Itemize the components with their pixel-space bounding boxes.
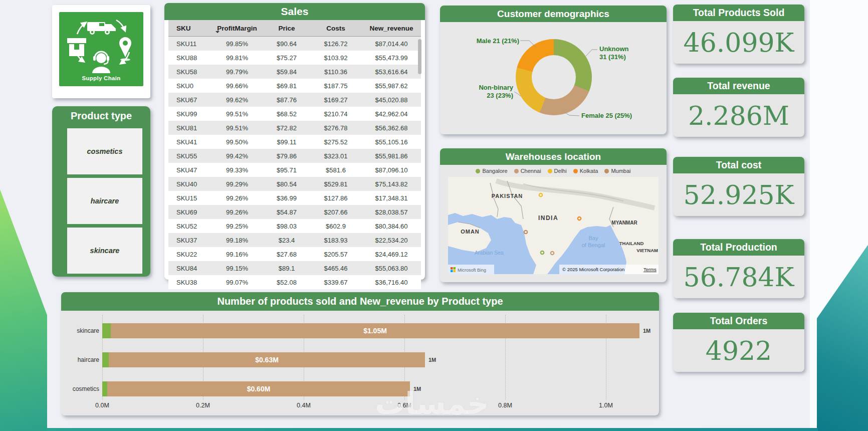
truck-icon <box>87 22 116 35</box>
cell-new-revenue: $36,716.40 <box>362 275 421 289</box>
map-terms-link[interactable]: Terms <box>643 267 657 272</box>
cell-sku: SKU41 <box>168 135 210 149</box>
location-pin-icon <box>119 37 131 61</box>
cell-profitmargin: 99.16% <box>210 247 264 261</box>
kpi-value: 2.286M <box>673 94 804 137</box>
kpi-title: Total Orders <box>673 313 804 329</box>
table-scrollbar[interactable] <box>418 39 421 74</box>
table-row[interactable]: SKU99 99.51% $68.52 $210.74 $42,962.04 <box>168 107 421 121</box>
kpi-total-products-sold: Total Products Sold 46.099K <box>673 5 804 64</box>
cell-costs: $187.75 <box>310 79 362 93</box>
cell-price: $36.99 <box>264 191 310 205</box>
col-header-new-revenue[interactable]: New_revenue <box>362 20 421 37</box>
supply-chain-logo-card: Supply Chain <box>52 5 150 98</box>
table-row[interactable]: SKU11 99.85% $90.64 $126.72 $87,014.40 <box>168 37 421 51</box>
callout-unknown: Unknown 31 (31%) <box>599 45 655 61</box>
bing-logo-text: Microsoft Bing <box>458 268 486 273</box>
legend-dot-mumbai <box>604 169 609 173</box>
dot-chennai[interactable] <box>551 252 554 255</box>
cell-sku: SKU52 <box>168 219 210 233</box>
table-row[interactable]: SKU88 99.81% $75.27 $103.92 $55,473.99 <box>168 51 421 65</box>
slicer-option-haircare[interactable]: haircare <box>67 178 142 224</box>
map-legend: Bangalore Chennai Delhi Kolkata Mumbai <box>440 168 667 174</box>
cell-new-revenue: $80,384.60 <box>362 219 421 233</box>
table-row[interactable]: SKU22 99.16% $27.68 $205.57 $24,469.12 <box>168 247 421 261</box>
dashboard-root: Supply Chain Product type cosmetics hair… <box>0 0 868 431</box>
table-row[interactable]: SKU84 99.15% $89.1 $465.46 $55,063.80 <box>168 261 421 275</box>
bar-segment-new-revenue[interactable]: $1.05M <box>111 323 639 338</box>
dot-bangalore[interactable] <box>541 251 544 254</box>
cell-costs: $110.36 <box>310 65 362 79</box>
cell-new-revenue: $22,534.20 <box>362 233 421 247</box>
dot-mumbai[interactable] <box>524 231 527 234</box>
bar-total-label: 1M <box>428 357 436 363</box>
bar-row-skincare[interactable]: $1.05M 1M <box>102 323 650 338</box>
cell-sku: SKU11 <box>168 37 210 51</box>
table-row[interactable]: SKU0 99.66% $69.81 $187.75 $55,987.62 <box>168 79 421 93</box>
x-tick: 0.2M <box>185 402 221 409</box>
col-header-costs[interactable]: Costs <box>310 20 362 37</box>
cell-new-revenue: $55,063.80 <box>362 261 421 275</box>
bing-map[interactable]: PAKISTAN INDIA OMAN MYANMAR THAILAND VIE… <box>448 177 659 274</box>
cell-price: $79.86 <box>264 149 310 163</box>
table-row[interactable]: SKU41 99.50% $99.11 $275.52 $55,105.16 <box>168 135 421 149</box>
category-label-cosmetics: cosmetics <box>65 381 99 396</box>
table-row[interactable]: SKU58 99.79% $59.84 $110.36 $53,616.64 <box>168 65 421 79</box>
table-row[interactable]: SKU67 99.62% $87.76 $169.27 $45,020.88 <box>168 93 421 107</box>
cell-profitmargin: 99.26% <box>210 205 264 219</box>
category-label-haircare: haircare <box>65 352 99 367</box>
kpi-title: Total Products Sold <box>673 5 804 21</box>
cell-costs: $276.78 <box>310 121 362 135</box>
cell-sku: SKU37 <box>168 233 210 247</box>
col-header-profitmargin[interactable]: ProfitMargin <box>210 20 264 37</box>
bar-row-cosmetics[interactable]: $0.60M 1M <box>102 381 421 396</box>
bar-data-label: $0.63M <box>255 356 279 364</box>
kpi-title: Total revenue <box>673 78 804 94</box>
dot-delhi[interactable] <box>539 193 542 196</box>
cell-profitmargin: 99.79% <box>210 65 264 79</box>
left-decorative-shape <box>0 189 47 431</box>
map-label-arabian-sea: Arabian Sea <box>475 250 504 256</box>
table-row[interactable]: SKU37 99.18% $23.4 $183.93 $22,534.20 <box>168 233 421 247</box>
map-label-pakistan: PAKISTAN <box>492 193 523 199</box>
x-tick: 0.6M <box>387 402 422 409</box>
slicer-option-skincare[interactable]: skincare <box>67 228 142 274</box>
table-row[interactable]: SKU52 99.25% $98.03 $602.9 $80,384.60 <box>168 219 421 233</box>
cell-new-revenue: $17,348.31 <box>362 191 421 205</box>
x-tick: 0.4M <box>286 402 321 409</box>
cell-price: $87.76 <box>264 93 310 107</box>
demographics-donut-chart[interactable] <box>516 39 592 115</box>
map-label-of-bengal: of Bengal <box>582 242 605 248</box>
cell-profitmargin: 99.07% <box>210 275 264 289</box>
legend-dot-delhi <box>548 169 552 173</box>
table-row[interactable]: SKU47 99.33% $95.71 $581.6 $87,096.10 <box>168 163 421 177</box>
cell-sku: SKU22 <box>168 247 210 261</box>
bar-row-haircare[interactable]: $0.63M 1M <box>102 352 436 367</box>
x-tick: 1.0M <box>588 402 623 409</box>
cell-price: $72.82 <box>264 121 310 135</box>
map-label-myanmar: MYANMAR <box>611 220 637 226</box>
bar-segment-products-sold[interactable] <box>102 381 107 396</box>
bar-segment-products-sold[interactable] <box>102 323 111 338</box>
table-row[interactable]: SKU55 99.42% $79.86 $323.01 $55,981.86 <box>168 149 421 163</box>
col-header-price[interactable]: Price <box>264 20 310 37</box>
bar-segment-new-revenue[interactable]: $0.63M <box>109 352 425 367</box>
cell-costs: $323.01 <box>310 149 362 163</box>
table-row[interactable]: SKU69 99.26% $54.87 $207.66 $28,038.57 <box>168 205 421 219</box>
table-row[interactable]: SKU81 99.51% $72.82 $276.78 $56,362.68 <box>168 121 421 135</box>
slicer-option-cosmetics[interactable]: cosmetics <box>67 128 142 174</box>
table-row[interactable]: SKU40 99.29% $80.54 $529.81 $75,143.82 <box>168 177 421 191</box>
cell-price: $89.1 <box>264 261 310 275</box>
bar-segment-products-sold[interactable] <box>102 352 109 367</box>
table-row[interactable]: SKU15 99.26% $36.99 $127.86 $17,348.31 <box>168 191 421 205</box>
cell-costs: $169.27 <box>310 93 362 107</box>
supply-chain-logo: Supply Chain <box>59 12 143 86</box>
col-header-sku[interactable]: SKU <box>168 20 210 37</box>
dot-kolkata[interactable] <box>578 217 581 220</box>
cell-new-revenue: $53,616.64 <box>362 65 421 79</box>
bar-segment-new-revenue[interactable]: $0.60M <box>107 381 410 396</box>
cell-new-revenue: $55,981.86 <box>362 149 421 163</box>
table-row[interactable]: SKU38 99.07% $52.08 $339.67 $36,716.40 <box>168 275 421 289</box>
cell-sku: SKU0 <box>168 79 210 93</box>
cell-costs: $183.93 <box>310 233 362 247</box>
